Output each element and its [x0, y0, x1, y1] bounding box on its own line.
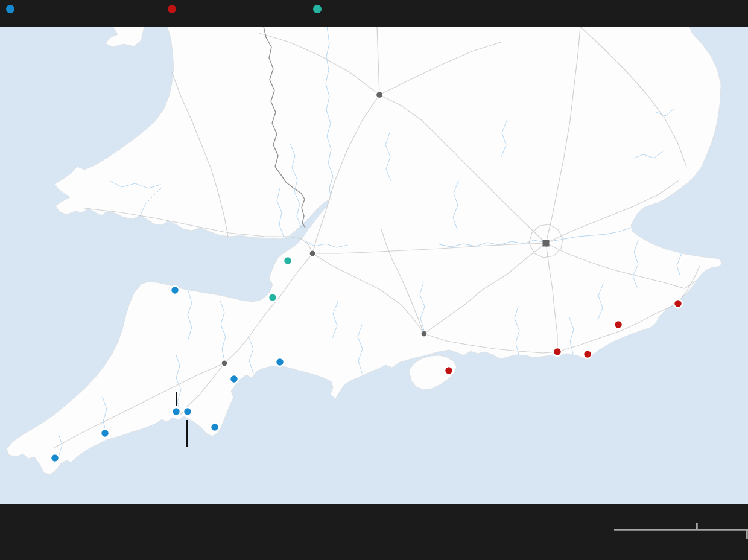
scale-bar: [0, 504, 748, 560]
map-marker-red: [583, 350, 592, 358]
map-marker-red: [674, 299, 682, 308]
header-bar: [0, 0, 748, 27]
legend-dot-blue-icon: [6, 5, 14, 13]
city-marker-dot: [221, 360, 227, 366]
city-marker-square: [543, 240, 550, 247]
map-marker-red: [445, 366, 453, 375]
map-marker-red: [553, 348, 562, 356]
legend-dot-teal-icon: [313, 5, 322, 13]
map-marker-blue: [276, 358, 284, 366]
map-marker-blue: [211, 423, 219, 431]
map-marker-blue: [230, 375, 238, 383]
map-marker-blue: [183, 407, 192, 416]
map-marker-red: [614, 320, 623, 329]
map-marker-teal: [284, 256, 292, 265]
map-canvas: [0, 27, 748, 504]
city-marker-dot: [421, 331, 427, 337]
map-marker-blue: [171, 286, 179, 294]
legend-dot-red-icon: [168, 5, 176, 13]
map-marker-blue: [172, 407, 180, 416]
map-marker-blue: [51, 454, 59, 462]
city-marker-dot: [309, 250, 315, 256]
city-marker-dot: [376, 92, 383, 98]
map-marker-teal: [268, 293, 277, 302]
footer-bar: [0, 504, 748, 560]
map-marker-blue: [101, 429, 109, 438]
base-map: [0, 27, 748, 504]
